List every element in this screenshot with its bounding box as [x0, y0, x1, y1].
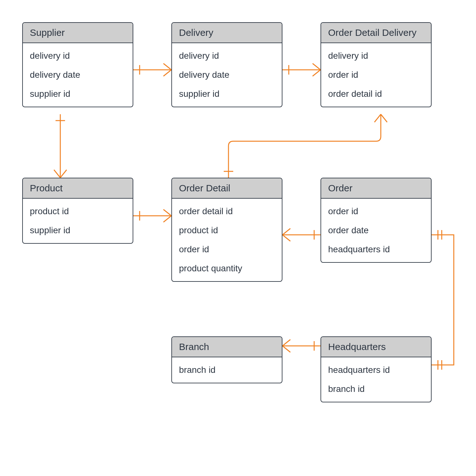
entity-attr: delivery id — [172, 46, 282, 65]
entity-body: branch id — [172, 357, 282, 383]
entity-body: headquarters id branch id — [321, 357, 431, 402]
entity-supplier[interactable]: Supplier delivery id delivery date suppl… — [22, 22, 133, 107]
entity-attr: supplier id — [23, 221, 133, 240]
entity-title: Product — [23, 178, 133, 199]
crows-foot-icon — [313, 63, 321, 70]
entity-attr: order detail id — [321, 84, 431, 103]
entity-attr: order detail id — [172, 202, 282, 221]
entity-attr: supplier id — [23, 84, 133, 103]
entity-attr: delivery id — [23, 46, 133, 65]
crows-foot-icon — [163, 63, 171, 70]
rel-orderdetail-odd — [228, 114, 381, 178]
entity-title: Delivery — [172, 23, 282, 43]
entity-attr: order id — [172, 240, 282, 259]
crows-foot-icon — [381, 114, 387, 122]
crows-foot-icon — [163, 209, 171, 216]
crows-foot-icon — [282, 235, 290, 241]
entity-body: product id supplier id — [23, 199, 133, 243]
entity-product[interactable]: Product product id supplier id — [22, 178, 133, 244]
entity-delivery[interactable]: Delivery delivery id delivery date suppl… — [171, 22, 282, 107]
entity-branch[interactable]: Branch branch id — [171, 336, 282, 383]
entity-attr: product id — [172, 221, 282, 240]
entity-attr: product quantity — [172, 259, 282, 278]
entity-attr: product id — [23, 202, 133, 221]
entity-headquarters[interactable]: Headquarters headquarters id branch id — [321, 336, 432, 402]
entity-body: delivery id order id order detail id — [321, 43, 431, 107]
entity-attr: delivery id — [321, 46, 431, 65]
er-diagram-canvas: Supplier delivery id delivery date suppl… — [0, 0, 476, 476]
entity-order[interactable]: Order order id order date headquarters i… — [321, 178, 432, 263]
entity-attr: delivery date — [23, 65, 133, 84]
crows-foot-icon — [163, 216, 171, 222]
entity-title: Supplier — [23, 23, 133, 43]
crows-foot-icon — [282, 340, 290, 346]
entity-attr: headquarters id — [321, 360, 431, 380]
crows-foot-icon — [282, 228, 290, 235]
entity-title: Headquarters — [321, 337, 431, 357]
entity-order-detail-delivery[interactable]: Order Detail Delivery delivery id order … — [321, 22, 432, 107]
entity-attr: delivery date — [172, 65, 282, 84]
crows-foot-icon — [313, 70, 321, 76]
entity-attr: order id — [321, 65, 431, 84]
rel-hq-order — [432, 235, 454, 365]
entity-title: Order Detail Delivery — [321, 23, 431, 43]
entity-title: Branch — [172, 337, 282, 357]
crows-foot-icon — [60, 170, 67, 178]
entity-body: delivery id delivery date supplier id — [172, 43, 282, 107]
entity-attr: supplier id — [172, 84, 282, 103]
entity-body: delivery id delivery date supplier id — [23, 43, 133, 107]
entity-body: order detail id product id order id prod… — [172, 199, 282, 281]
entity-title: Order Detail — [172, 178, 282, 199]
crows-foot-icon — [54, 170, 60, 178]
entity-attr: branch id — [321, 380, 431, 399]
entity-attr: order id — [321, 202, 431, 221]
entity-attr: headquarters id — [321, 240, 431, 259]
entity-order-detail[interactable]: Order Detail order detail id product id … — [171, 178, 282, 282]
entity-attr: order date — [321, 221, 431, 240]
crows-foot-icon — [163, 70, 171, 76]
crows-foot-icon — [282, 346, 290, 352]
crows-foot-icon — [374, 114, 381, 122]
entity-body: order id order date headquarters id — [321, 199, 431, 262]
entity-attr: branch id — [172, 360, 282, 380]
entity-title: Order — [321, 178, 431, 199]
